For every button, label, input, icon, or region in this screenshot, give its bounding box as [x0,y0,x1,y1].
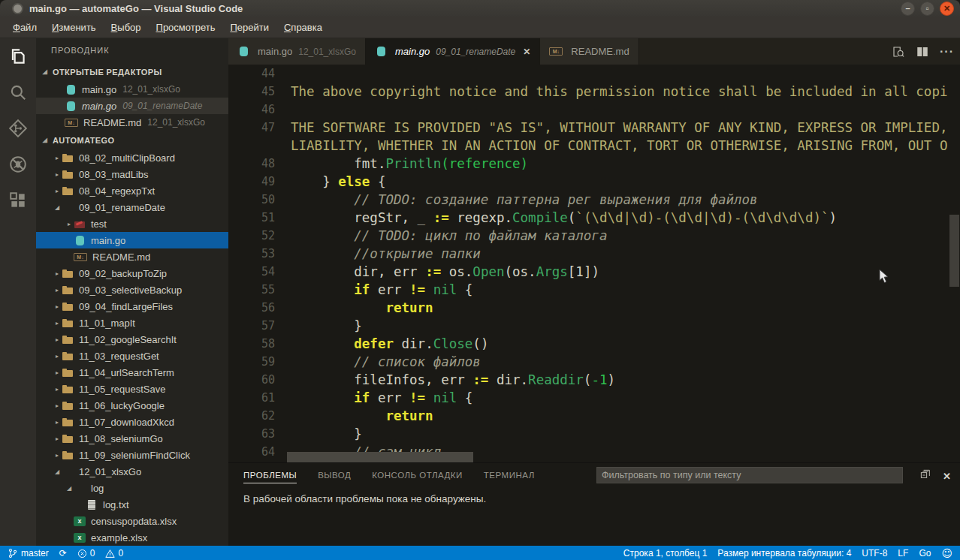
tree-item-11_05_requestSave[interactable]: ▸11_05_requestSave [36,381,228,397]
search-icon[interactable] [0,74,36,110]
tree-item-08_04_regexpTxt[interactable]: ▸08_04_regexpTxt [36,182,228,199]
feedback-smiley-icon[interactable]: ☺ [941,547,952,559]
split-editor-icon[interactable] [916,45,929,59]
tree-item-main.go[interactable]: main.go [36,232,228,248]
vertical-scrollbar[interactable] [949,215,959,287]
line-number: 53 [228,247,291,260]
tree-item-README.md[interactable]: M↓README.md [36,248,228,265]
menu-file[interactable]: Файл [6,20,44,35]
line-text: } [291,426,362,441]
menubar: ФайлИзменитьВыборПросмотретьПерейтиСправ… [0,17,960,38]
tree-item-09_02_backupToZip[interactable]: ▸09_02_backupToZip [36,265,228,282]
tab-README.md[interactable]: M↓README.md [540,38,638,65]
close-panel-icon[interactable]: ✕ [943,471,951,482]
warnings-status[interactable]: 0 [105,548,123,558]
line-text: } [291,318,362,333]
tree-item-11_06_luckyGoogle[interactable]: ▸11_06_luckyGoogle [36,397,228,414]
problems-filter-input[interactable] [596,467,903,483]
tree-item-11_03_requestGet[interactable]: ▸11_03_requestGet [36,348,228,364]
cursor-position[interactable]: Строка 1, столбец 1 [623,548,707,558]
chevron-expanded-icon: ◢ [65,485,74,492]
encoding-indicator[interactable]: UTF-8 [862,548,887,558]
git-branch-status[interactable]: master [8,548,49,558]
code-editor[interactable]: 4445The above copyright notice and this … [228,65,960,462]
code-line: 60 fileInfos, err := dir.Readdir(-1) [228,371,960,389]
open-preview-icon[interactable] [892,45,905,59]
menu-help[interactable]: Справка [277,20,329,35]
tree-item-11_02_googleSearchIt[interactable]: ▸11_02_googleSearchIt [36,331,228,348]
file-label: 08_04_regexpTxt [79,185,155,197]
open-editor-item[interactable]: main.go12_01_xlsxGo [36,81,228,98]
tree-item-censuspopdata.xlsx[interactable]: xcensuspopdata.xlsx [36,513,228,529]
project-header[interactable]: ◢ AUTOMATEGO [36,131,228,149]
line-number: 56 [228,301,291,315]
open-editors-header[interactable]: ◢ ОТКРЫТЫЕ РЕДАКТОРЫ [36,62,228,81]
go-file-icon [237,46,249,57]
folder-icon [62,152,74,164]
close-button[interactable]: ✕ [940,2,954,16]
tree-item-11_08_seleniumGo[interactable]: ▸11_08_seleniumGo [36,430,228,447]
maximize-button[interactable]: ▫ [920,2,934,16]
line-text: The above copyright notice and this perm… [291,84,947,99]
folder-icon [62,351,74,362]
source-control-icon[interactable] [0,110,36,146]
menu-go[interactable]: Перейти [223,20,276,35]
panel-tab-КОНСОЛЬ ОТЛАДКИ[interactable]: КОНСОЛЬ ОТЛАДКИ [372,466,463,483]
tree-item-log.txt[interactable]: log.txt [36,496,228,513]
chevron-down-icon: ◢ [41,137,50,143]
chevron-collapsed-icon: ▸ [53,452,62,459]
extensions-icon[interactable] [0,182,36,218]
tree-item-11_04_urlSearchTerm[interactable]: ▸11_04_urlSearchTerm [36,364,228,381]
panel-tab-ВЫВОД[interactable]: ВЫВОД [318,466,351,483]
tab-label: README.md [571,46,629,57]
tree-item-09_04_findLargeFiles[interactable]: ▸09_04_findLargeFiles [36,298,228,315]
code-line: 45The above copyright notice and this pe… [228,83,960,101]
file-label: 11_07_downloadXkcd [79,417,174,428]
open-editor-item[interactable]: main.go09_01_renameDate [36,98,228,114]
tab-main.go[interactable]: main.go12_01_xlsxGo [228,38,366,65]
maximize-panel-icon[interactable] [919,468,931,483]
minimize-button[interactable]: – [901,2,915,16]
tree-item-test[interactable]: ▸test [36,215,228,232]
explorer-icon[interactable] [0,38,36,74]
file-label: log.txt [103,499,129,510]
tree-item-08_03_madLibs[interactable]: ▸08_03_madLibs [36,166,228,182]
tree-item-example.xlsx[interactable]: xexample.xlsx [36,529,228,546]
tab-label: main.go [258,46,292,57]
status-bar: master ⟳ 0 0 Строка 1, столбец 1 Размер … [0,546,960,560]
tree-item-11_07_downloadXkcd[interactable]: ▸11_07_downloadXkcd [36,414,228,430]
tab-main.go[interactable]: main.go09_01_renameDate✕ [366,38,540,65]
open-editor-item[interactable]: M↓README.md12_01_xlsxGo [36,114,228,131]
folder-open-icon [62,202,74,213]
sync-icon[interactable]: ⟳ [59,548,67,558]
line-text: fileInfos, err := dir.Readdir(-1) [291,372,615,387]
folder-test-icon [74,218,86,230]
menu-selection[interactable]: Выбор [104,20,148,35]
menu-edit[interactable]: Изменить [45,20,103,35]
panel-tab-ТЕРМИНАЛ[interactable]: ТЕРМИНАЛ [484,466,535,483]
more-actions-icon[interactable]: ··· [940,45,954,59]
tree-item-08_02_multiClipBoard[interactable]: ▸08_02_multiClipBoard [36,149,228,166]
tree-item-09_01_renameDate[interactable]: ◢09_01_renameDate [36,199,228,215]
eol-indicator[interactable]: LF [898,548,908,558]
line-text: fmt.Println(reference) [291,156,528,171]
tree-item-12_01_xlsxGo[interactable]: ◢12_01_xlsxGo [36,463,228,480]
line-number: 60 [228,373,291,387]
tree-item-11_01_mapIt[interactable]: ▸11_01_mapIt [36,315,228,331]
menu-view[interactable]: Просмотреть [149,20,222,35]
tab-size-indicator[interactable]: Размер интервала табуляции: 4 [717,548,851,558]
panel-tab-ПРОБЛЕМЫ[interactable]: ПРОБЛЕМЫ [243,466,297,483]
tree-item-11_09_seleniumFindClick[interactable]: ▸11_09_seleniumFindClick [36,447,228,463]
debug-icon[interactable] [0,146,36,182]
folder-open-icon [74,483,86,494]
line-number: 55 [228,283,291,297]
go-file-icon [65,84,77,95]
errors-status[interactable]: 0 [77,548,95,558]
tree-item-log[interactable]: ◢log [36,480,228,496]
horizontal-scrollbar[interactable] [287,452,473,462]
tree-item-09_03_selectiveBackup[interactable]: ▸09_03_selectiveBackup [36,282,228,298]
code-line: LIABILITY, WHETHER IN AN ACTION OF CONTR… [228,137,960,155]
file-label: 11_08_seleniumGo [79,433,163,444]
language-indicator[interactable]: Go [919,548,931,558]
tab-close-icon[interactable]: ✕ [523,47,530,57]
